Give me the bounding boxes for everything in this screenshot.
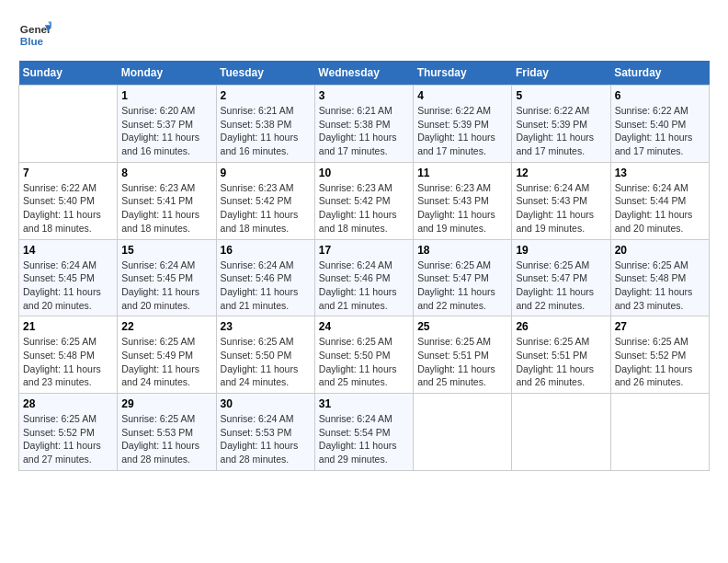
day-number: 17: [319, 244, 409, 257]
day-info: Sunrise: 6:24 AM Sunset: 5:43 PM Dayligh…: [516, 181, 606, 236]
calendar-day-cell: 18Sunrise: 6:25 AM Sunset: 5:47 PM Dayli…: [414, 239, 512, 316]
svg-text:General: General: [20, 23, 51, 35]
day-number: 15: [121, 244, 211, 257]
day-number: 21: [23, 320, 113, 333]
day-of-week-header: Thursday: [414, 61, 512, 86]
day-of-week-header: Tuesday: [216, 61, 314, 86]
calendar-day-cell: 27Sunrise: 6:25 AM Sunset: 5:52 PM Dayli…: [610, 316, 709, 394]
day-number: 10: [319, 167, 409, 179]
calendar-day-cell: [414, 394, 512, 471]
calendar-day-cell: 3Sunrise: 6:21 AM Sunset: 5:38 PM Daylig…: [314, 86, 413, 163]
day-number: 29: [121, 397, 211, 410]
day-info: Sunrise: 6:25 AM Sunset: 5:52 PM Dayligh…: [615, 335, 705, 389]
calendar-day-cell: 12Sunrise: 6:24 AM Sunset: 5:43 PM Dayli…: [512, 162, 610, 239]
calendar-day-cell: 16Sunrise: 6:24 AM Sunset: 5:46 PM Dayli…: [216, 239, 314, 316]
day-number: 27: [615, 320, 705, 333]
day-of-week-header: Sunday: [19, 61, 118, 86]
calendar-day-cell: 5Sunrise: 6:22 AM Sunset: 5:39 PM Daylig…: [512, 86, 610, 163]
calendar-day-cell: 15Sunrise: 6:24 AM Sunset: 5:45 PM Dayli…: [118, 239, 216, 316]
day-info: Sunrise: 6:25 AM Sunset: 5:47 PM Dayligh…: [417, 259, 507, 313]
day-number: 14: [23, 244, 113, 257]
day-info: Sunrise: 6:22 AM Sunset: 5:39 PM Dayligh…: [516, 104, 606, 158]
calendar-day-cell: [610, 394, 709, 471]
day-number: 9: [221, 167, 311, 179]
day-number: 13: [615, 167, 705, 179]
day-info: Sunrise: 6:25 AM Sunset: 5:52 PM Dayligh…: [23, 412, 113, 466]
day-number: 11: [417, 167, 507, 179]
svg-text:Blue: Blue: [20, 35, 44, 47]
day-info: Sunrise: 6:25 AM Sunset: 5:48 PM Dayligh…: [615, 259, 705, 313]
calendar-day-cell: 19Sunrise: 6:25 AM Sunset: 5:47 PM Dayli…: [512, 239, 610, 316]
day-number: 30: [221, 397, 311, 410]
calendar-day-cell: 9Sunrise: 6:23 AM Sunset: 5:42 PM Daylig…: [216, 162, 314, 239]
day-info: Sunrise: 6:22 AM Sunset: 5:40 PM Dayligh…: [23, 181, 113, 236]
day-info: Sunrise: 6:20 AM Sunset: 5:37 PM Dayligh…: [121, 104, 211, 158]
calendar-header-row: SundayMondayTuesdayWednesdayThursdayFrid…: [19, 61, 710, 86]
day-of-week-header: Wednesday: [314, 61, 413, 86]
calendar-day-cell: 30Sunrise: 6:24 AM Sunset: 5:53 PM Dayli…: [216, 394, 314, 471]
day-number: 23: [221, 320, 311, 333]
day-number: 4: [417, 89, 507, 102]
day-number: 28: [23, 397, 113, 410]
calendar-day-cell: 22Sunrise: 6:25 AM Sunset: 5:49 PM Dayli…: [118, 316, 216, 394]
day-number: 18: [417, 244, 507, 257]
calendar-week-row: 21Sunrise: 6:25 AM Sunset: 5:48 PM Dayli…: [19, 316, 710, 394]
day-info: Sunrise: 6:22 AM Sunset: 5:39 PM Dayligh…: [417, 104, 507, 158]
day-info: Sunrise: 6:25 AM Sunset: 5:50 PM Dayligh…: [319, 335, 409, 389]
calendar-day-cell: 26Sunrise: 6:25 AM Sunset: 5:51 PM Dayli…: [512, 316, 610, 394]
day-number: 8: [121, 167, 211, 179]
calendar-week-row: 28Sunrise: 6:25 AM Sunset: 5:52 PM Dayli…: [19, 394, 710, 471]
day-number: 25: [417, 320, 507, 333]
page-header: General Blue: [18, 18, 710, 52]
calendar-day-cell: 29Sunrise: 6:25 AM Sunset: 5:53 PM Dayli…: [118, 394, 216, 471]
day-number: 24: [319, 320, 409, 333]
calendar-day-cell: 7Sunrise: 6:22 AM Sunset: 5:40 PM Daylig…: [19, 162, 118, 239]
logo-icon: General Blue: [18, 18, 51, 52]
day-info: Sunrise: 6:25 AM Sunset: 5:47 PM Dayligh…: [516, 259, 606, 313]
day-info: Sunrise: 6:25 AM Sunset: 5:48 PM Dayligh…: [23, 335, 113, 389]
day-info: Sunrise: 6:24 AM Sunset: 5:45 PM Dayligh…: [23, 259, 113, 313]
day-info: Sunrise: 6:24 AM Sunset: 5:53 PM Dayligh…: [221, 412, 311, 466]
day-info: Sunrise: 6:22 AM Sunset: 5:40 PM Dayligh…: [615, 104, 705, 158]
day-info: Sunrise: 6:21 AM Sunset: 5:38 PM Dayligh…: [319, 104, 409, 158]
calendar-day-cell: 17Sunrise: 6:24 AM Sunset: 5:46 PM Dayli…: [314, 239, 413, 316]
day-number: 12: [516, 167, 606, 179]
day-number: 5: [516, 89, 606, 102]
day-number: 19: [516, 244, 606, 257]
day-of-week-header: Monday: [118, 61, 216, 86]
day-info: Sunrise: 6:23 AM Sunset: 5:42 PM Dayligh…: [221, 181, 311, 236]
calendar-day-cell: 11Sunrise: 6:23 AM Sunset: 5:43 PM Dayli…: [414, 162, 512, 239]
day-info: Sunrise: 6:24 AM Sunset: 5:46 PM Dayligh…: [319, 259, 409, 313]
calendar-day-cell: 28Sunrise: 6:25 AM Sunset: 5:52 PM Dayli…: [19, 394, 118, 471]
calendar-day-cell: 21Sunrise: 6:25 AM Sunset: 5:48 PM Dayli…: [19, 316, 118, 394]
day-number: 16: [221, 244, 311, 257]
day-info: Sunrise: 6:21 AM Sunset: 5:38 PM Dayligh…: [221, 104, 311, 158]
calendar-day-cell: 6Sunrise: 6:22 AM Sunset: 5:40 PM Daylig…: [610, 86, 709, 163]
calendar-day-cell: 25Sunrise: 6:25 AM Sunset: 5:51 PM Dayli…: [414, 316, 512, 394]
calendar-day-cell: 13Sunrise: 6:24 AM Sunset: 5:44 PM Dayli…: [610, 162, 709, 239]
calendar-day-cell: 10Sunrise: 6:23 AM Sunset: 5:42 PM Dayli…: [314, 162, 413, 239]
calendar-day-cell: 8Sunrise: 6:23 AM Sunset: 5:41 PM Daylig…: [118, 162, 216, 239]
day-info: Sunrise: 6:23 AM Sunset: 5:42 PM Dayligh…: [319, 181, 409, 236]
calendar-week-row: 1Sunrise: 6:20 AM Sunset: 5:37 PM Daylig…: [19, 86, 710, 163]
day-info: Sunrise: 6:24 AM Sunset: 5:44 PM Dayligh…: [615, 181, 705, 236]
calendar-day-cell: 14Sunrise: 6:24 AM Sunset: 5:45 PM Dayli…: [19, 239, 118, 316]
calendar-day-cell: 2Sunrise: 6:21 AM Sunset: 5:38 PM Daylig…: [216, 86, 314, 163]
day-info: Sunrise: 6:25 AM Sunset: 5:51 PM Dayligh…: [516, 335, 606, 389]
calendar-body: 1Sunrise: 6:20 AM Sunset: 5:37 PM Daylig…: [19, 86, 710, 471]
calendar-day-cell: 31Sunrise: 6:24 AM Sunset: 5:54 PM Dayli…: [314, 394, 413, 471]
day-info: Sunrise: 6:23 AM Sunset: 5:41 PM Dayligh…: [121, 181, 211, 236]
calendar-day-cell: 1Sunrise: 6:20 AM Sunset: 5:37 PM Daylig…: [118, 86, 216, 163]
day-number: 26: [516, 320, 606, 333]
calendar-day-cell: [512, 394, 610, 471]
day-number: 20: [615, 244, 705, 257]
calendar-day-cell: 20Sunrise: 6:25 AM Sunset: 5:48 PM Dayli…: [610, 239, 709, 316]
day-info: Sunrise: 6:25 AM Sunset: 5:51 PM Dayligh…: [417, 335, 507, 389]
calendar-week-row: 14Sunrise: 6:24 AM Sunset: 5:45 PM Dayli…: [19, 239, 710, 316]
day-number: 3: [319, 89, 409, 102]
logo: General Blue: [18, 18, 51, 52]
day-info: Sunrise: 6:24 AM Sunset: 5:46 PM Dayligh…: [221, 259, 311, 313]
day-number: 7: [23, 167, 113, 179]
calendar-day-cell: 24Sunrise: 6:25 AM Sunset: 5:50 PM Dayli…: [314, 316, 413, 394]
day-number: 31: [319, 397, 409, 410]
